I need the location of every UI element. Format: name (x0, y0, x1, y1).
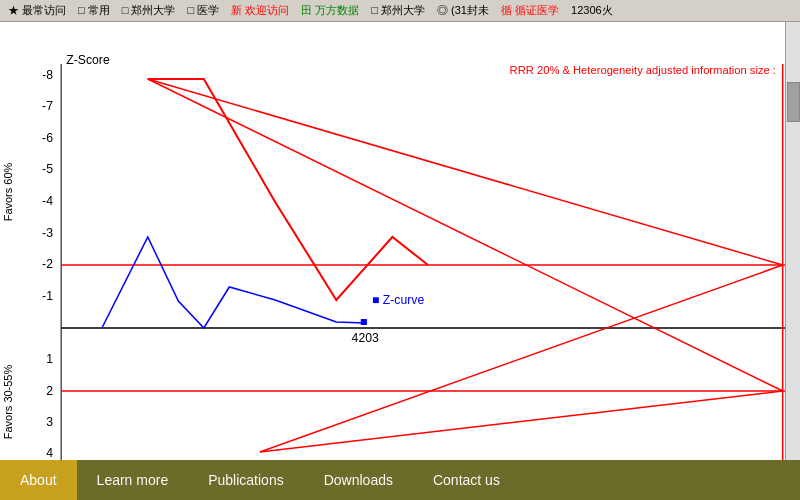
nav-publications[interactable]: Publications (188, 460, 304, 500)
bookmark-4[interactable]: □ 医学 (183, 2, 223, 19)
nav-about[interactable]: About (0, 460, 77, 500)
z-curve-legend: ■ Z-curve (372, 293, 424, 307)
bookmark-7[interactable]: □ 郑州大学 (367, 2, 429, 19)
svg-text:3: 3 (46, 415, 53, 429)
favors-bottom-label: Favors 30-55% (2, 365, 14, 440)
bookmark-6[interactable]: 田 万方数据 (297, 2, 363, 19)
nav-contact[interactable]: Contact us (413, 460, 520, 500)
svg-text:-3: -3 (42, 226, 53, 240)
chart-svg: Z-Score RRR 20% & Heterogeneity adjusted… (0, 22, 800, 460)
svg-rect-0 (0, 22, 800, 460)
bookmark-1[interactable]: ★ 最常访问 (4, 2, 70, 19)
scrollbar-thumb[interactable] (787, 82, 800, 122)
svg-text:2: 2 (46, 384, 53, 398)
sample-size-label: 4203 (352, 331, 379, 345)
chart-area: Z-Score RRR 20% & Heterogeneity adjusted… (0, 22, 800, 460)
navigation-bar: About Learn more Publications Downloads … (0, 460, 800, 500)
y-axis-title: Z-Score (66, 53, 110, 67)
svg-text:-7: -7 (42, 99, 53, 113)
svg-text:4: 4 (46, 446, 53, 460)
bookmark-5[interactable]: 新 欢迎访问 (227, 2, 293, 19)
svg-text:1: 1 (46, 352, 53, 366)
svg-text:-6: -6 (42, 131, 53, 145)
nav-downloads[interactable]: Downloads (304, 460, 413, 500)
nav-bar-container: About Learn more Publications Downloads … (0, 460, 800, 500)
favors-top-label: Favors 60% (2, 163, 14, 222)
browser-toolbar: ★ 最常访问 □ 常用 □ 郑州大学 □ 医学 新 欢迎访问 田 万方数据 □ … (0, 0, 800, 22)
scrollbar[interactable] (785, 22, 800, 460)
svg-rect-22 (361, 319, 367, 325)
svg-text:-8: -8 (42, 68, 53, 82)
bookmark-9[interactable]: 循 循证医学 (497, 2, 563, 19)
svg-text:-1: -1 (42, 289, 53, 303)
bookmark-10[interactable]: 12306火 (567, 2, 617, 19)
bookmark-3[interactable]: □ 郑州大学 (118, 2, 180, 19)
bookmark-8[interactable]: ◎ (31封未 (433, 2, 493, 19)
svg-text:-5: -5 (42, 162, 53, 176)
bookmark-2[interactable]: □ 常用 (74, 2, 114, 19)
nav-learn-more[interactable]: Learn more (77, 460, 189, 500)
svg-text:-2: -2 (42, 257, 53, 271)
rrr-label: RRR 20% & Heterogeneity adjusted informa… (510, 64, 776, 76)
svg-text:-4: -4 (42, 194, 53, 208)
